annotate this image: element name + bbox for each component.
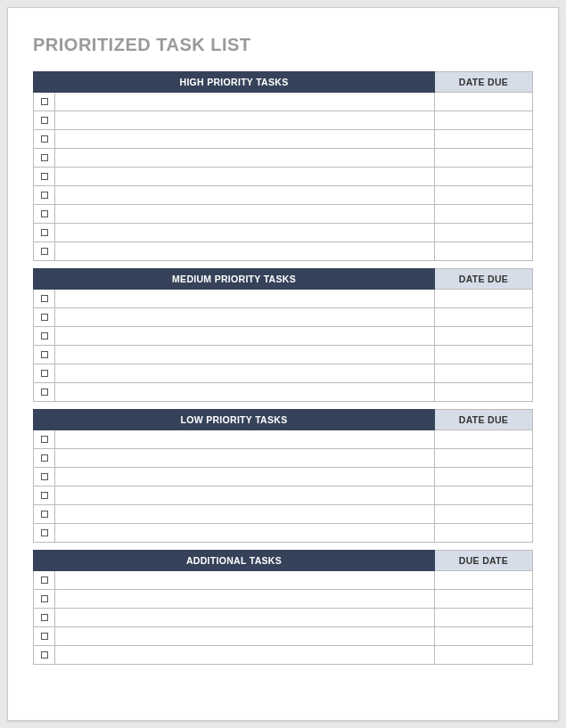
checkbox-cell[interactable] xyxy=(34,290,55,308)
date-cell[interactable] xyxy=(435,186,533,205)
date-cell[interactable] xyxy=(435,242,533,261)
date-cell[interactable] xyxy=(435,327,533,346)
checkbox-cell[interactable] xyxy=(34,308,55,327)
date-cell[interactable] xyxy=(435,93,533,111)
section-header-row: ADDITIONAL TASKS DUE DATE xyxy=(34,551,533,571)
task-cell[interactable] xyxy=(55,168,435,186)
checkbox-cell[interactable] xyxy=(34,590,55,609)
task-cell[interactable] xyxy=(55,646,435,665)
task-cell[interactable] xyxy=(55,290,435,308)
date-cell[interactable] xyxy=(435,524,533,543)
task-cell[interactable] xyxy=(55,430,435,449)
checkbox-cell[interactable] xyxy=(34,224,55,242)
page-title: PRIORITIZED TASK LIST xyxy=(33,35,533,55)
date-cell[interactable] xyxy=(435,430,533,449)
section-additional: ADDITIONAL TASKS DUE DATE xyxy=(33,550,533,665)
date-cell[interactable] xyxy=(435,609,533,627)
table-row xyxy=(34,308,533,327)
checkbox-cell[interactable] xyxy=(34,186,55,205)
task-cell[interactable] xyxy=(55,609,435,627)
checkbox-cell[interactable] xyxy=(34,627,55,646)
checkbox-cell[interactable] xyxy=(34,168,55,186)
checkbox-cell[interactable] xyxy=(34,430,55,449)
checkbox-cell[interactable] xyxy=(34,646,55,665)
checkbox-icon xyxy=(41,633,48,640)
date-cell[interactable] xyxy=(435,571,533,590)
checkbox-icon xyxy=(41,117,48,124)
date-cell[interactable] xyxy=(435,168,533,186)
task-cell[interactable] xyxy=(55,149,435,168)
table-row xyxy=(34,130,533,149)
task-cell[interactable] xyxy=(55,205,435,224)
date-cell[interactable] xyxy=(435,111,533,130)
section-high-priority: HIGH PRIORITY TASKS DATE DUE xyxy=(33,71,533,261)
table-row xyxy=(34,346,533,364)
date-cell[interactable] xyxy=(435,205,533,224)
task-cell[interactable] xyxy=(55,308,435,327)
task-cell[interactable] xyxy=(55,224,435,242)
checkbox-cell[interactable] xyxy=(34,205,55,224)
checkbox-cell[interactable] xyxy=(34,609,55,627)
task-cell[interactable] xyxy=(55,383,435,402)
checkbox-cell[interactable] xyxy=(34,327,55,346)
task-cell[interactable] xyxy=(55,327,435,346)
table-row xyxy=(34,364,533,383)
checkbox-cell[interactable] xyxy=(34,505,55,524)
task-cell[interactable] xyxy=(55,449,435,468)
section-header-tasks: HIGH PRIORITY TASKS xyxy=(34,72,435,93)
date-cell[interactable] xyxy=(435,149,533,168)
checkbox-cell[interactable] xyxy=(34,524,55,543)
date-cell[interactable] xyxy=(435,627,533,646)
table-row xyxy=(34,168,533,186)
date-cell[interactable] xyxy=(435,449,533,468)
task-cell[interactable] xyxy=(55,186,435,205)
checkbox-cell[interactable] xyxy=(34,449,55,468)
checkbox-icon xyxy=(41,210,48,217)
task-cell[interactable] xyxy=(55,524,435,543)
checkbox-cell[interactable] xyxy=(34,346,55,364)
table-row xyxy=(34,327,533,346)
task-cell[interactable] xyxy=(55,111,435,130)
date-cell[interactable] xyxy=(435,308,533,327)
task-cell[interactable] xyxy=(55,468,435,487)
checkbox-cell[interactable] xyxy=(34,242,55,261)
date-cell[interactable] xyxy=(435,346,533,364)
task-cell[interactable] xyxy=(55,505,435,524)
checkbox-cell[interactable] xyxy=(34,468,55,487)
section-header-row: MEDIUM PRIORITY TASKS DATE DUE xyxy=(34,269,533,290)
section-medium-priority: MEDIUM PRIORITY TASKS DATE DUE xyxy=(33,268,533,402)
table-row xyxy=(34,449,533,468)
task-cell[interactable] xyxy=(55,571,435,590)
date-cell[interactable] xyxy=(435,646,533,665)
task-cell[interactable] xyxy=(55,627,435,646)
checkbox-cell[interactable] xyxy=(34,111,55,130)
checkbox-cell[interactable] xyxy=(34,93,55,111)
date-cell[interactable] xyxy=(435,505,533,524)
checkbox-cell[interactable] xyxy=(34,130,55,149)
task-cell[interactable] xyxy=(55,130,435,149)
checkbox-cell[interactable] xyxy=(34,149,55,168)
date-cell[interactable] xyxy=(435,290,533,308)
checkbox-cell[interactable] xyxy=(34,383,55,402)
date-cell[interactable] xyxy=(435,224,533,242)
date-cell[interactable] xyxy=(435,468,533,487)
section-header-date: DUE DATE xyxy=(435,551,533,571)
checkbox-cell[interactable] xyxy=(34,571,55,590)
date-cell[interactable] xyxy=(435,364,533,383)
task-cell[interactable] xyxy=(55,364,435,383)
date-cell[interactable] xyxy=(435,130,533,149)
table-row xyxy=(34,290,533,308)
table-row xyxy=(34,627,533,646)
task-cell[interactable] xyxy=(55,242,435,261)
task-cell[interactable] xyxy=(55,346,435,364)
table-row xyxy=(34,383,533,402)
checkbox-cell[interactable] xyxy=(34,364,55,383)
date-cell[interactable] xyxy=(435,383,533,402)
date-cell[interactable] xyxy=(435,590,533,609)
checkbox-cell[interactable] xyxy=(34,487,55,505)
task-cell[interactable] xyxy=(55,590,435,609)
date-cell[interactable] xyxy=(435,487,533,505)
task-cell[interactable] xyxy=(55,487,435,505)
checkbox-icon xyxy=(41,248,48,255)
task-cell[interactable] xyxy=(55,93,435,111)
